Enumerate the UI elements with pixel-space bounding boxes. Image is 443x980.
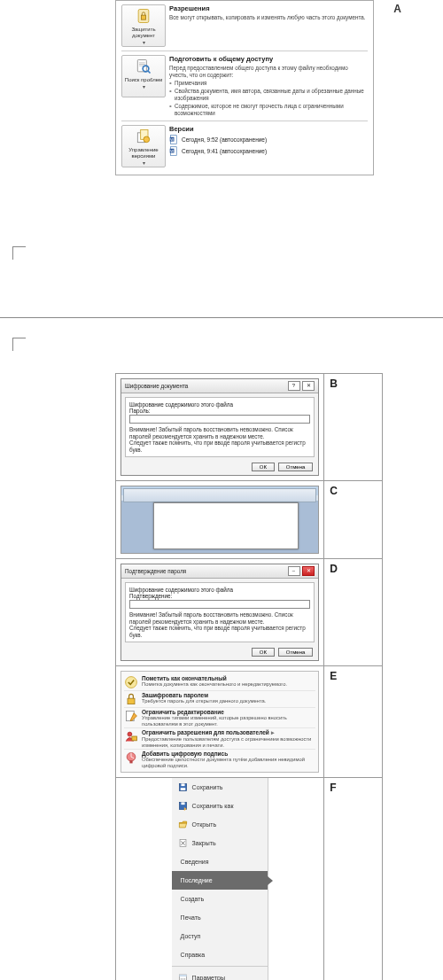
svg-rect-28: [181, 802, 184, 805]
ok-button[interactable]: ОК: [252, 463, 275, 471]
check-issues-button[interactable]: Поиск проблем ▾: [121, 55, 166, 97]
word-doc-icon: W: [169, 146, 179, 156]
confirm-dialog-heading: Шифрование содержимого этого файла: [129, 587, 310, 593]
protect-menu-item[interactable]: Ограничить разрешения для пользователей …: [124, 727, 315, 749]
divider: [121, 121, 368, 121]
protect-menu-item[interactable]: Добавить цифровую подписьОбеспечение цел…: [124, 749, 315, 769]
cancel-button[interactable]: Отмена: [278, 463, 314, 471]
versions-icon: [135, 128, 152, 145]
panel-label-f: F: [324, 777, 382, 980]
svg-point-36: [183, 978, 184, 979]
svg-point-34: [180, 978, 181, 979]
close-button[interactable]: ✕: [302, 381, 315, 391]
inspect-bullet-3: Содержимое, которое не смогут прочесть л…: [169, 103, 368, 117]
close-button[interactable]: ✕: [302, 566, 315, 576]
menu-item-label: Сохранить: [192, 784, 223, 790]
row-d: Подтверждение пароля – ✕ Шифрование соде…: [116, 558, 382, 665]
protect-menu-icon: [124, 692, 138, 706]
file-menu-item[interactable]: Последние: [172, 871, 268, 890]
confirm-password-label: Подтверждение:: [129, 593, 310, 599]
word-ribbon: [123, 488, 316, 502]
version-item-1-label: Сегодня, 9:52 (автосохранение): [182, 136, 267, 143]
ok-button[interactable]: ОК: [252, 648, 275, 657]
cancel-button[interactable]: Отмена: [278, 648, 314, 657]
confirm-note: Внимание! Забытый пароль восстановить не…: [129, 611, 310, 638]
file-menu-item[interactable]: Сохранить: [172, 778, 268, 797]
dropdown-arrow-icon: ▾: [143, 160, 145, 166]
file-menu-item[interactable]: Сведения: [172, 852, 268, 871]
menu-item-label: Параметры: [192, 975, 225, 980]
menu-item-label: Открыть: [192, 821, 217, 828]
svg-rect-23: [129, 760, 132, 763]
inspect-bullet-2: Свойства документа, имя автора, связанны…: [169, 88, 368, 102]
section-permissions: Защитить документ ▾ Разрешения Все могут…: [121, 4, 368, 47]
file-menu-item[interactable]: Открыть: [172, 815, 268, 834]
menu-item-label: Создать: [181, 896, 205, 902]
version-item-2-label: Сегодня, 9:41 (автосохранение): [182, 148, 267, 154]
help-button[interactable]: ?: [288, 381, 300, 391]
protect-menu-item[interactable]: Пометить как окончательныйПометка докуме…: [124, 674, 315, 690]
menu-separator: [172, 966, 268, 967]
inspect-title: Подготовить к общему доступу: [169, 55, 368, 63]
version-item-1[interactable]: W Сегодня, 9:52 (автосохранение): [169, 135, 368, 144]
shield-lock-icon: [135, 7, 152, 25]
protect-menu-item-desc: Предоставление пользователям доступа с о…: [142, 736, 315, 748]
version-item-2[interactable]: W Сегодня, 9:41 (автосохранение): [169, 146, 368, 156]
page-divider: [0, 317, 443, 318]
check-issues-label: Поиск проблем: [122, 77, 165, 83]
protect-menu-item[interactable]: Ограничить редактированиеУправление типа…: [124, 707, 315, 727]
panel-a: A Защитить документ ▾ Разрешения Все мог…: [115, 0, 374, 175]
encrypt-password-label: Пароль:: [129, 408, 310, 414]
file-menu-item[interactable]: Сохранить как: [172, 797, 268, 815]
panel-label-c: C: [324, 480, 382, 558]
versions-title: Версии: [169, 125, 368, 133]
protect-document-button[interactable]: Защитить документ ▾: [121, 4, 166, 47]
svg-rect-21: [132, 736, 137, 741]
protect-menu-item-title: Ограничить редактирование: [142, 709, 315, 715]
dropdown-arrow-icon: ▾: [143, 40, 145, 45]
dropdown-arrow-icon: ▾: [143, 84, 145, 89]
encrypt-note: Внимание! Забытый пароль восстановить не…: [129, 426, 310, 453]
word-window-screenshot: [120, 486, 319, 554]
protect-menu-item-desc: Обеспечение целостности документа путём …: [142, 757, 315, 768]
word-doc-icon: W: [169, 135, 179, 144]
crop-mark: [12, 338, 26, 351]
svg-text:W: W: [170, 149, 174, 153]
inspect-bullet-1: Примечания: [169, 80, 368, 87]
confirm-password-input[interactable]: [129, 600, 310, 609]
word-document-page: [153, 502, 299, 549]
manage-versions-button[interactable]: Управление версиями ▾: [121, 125, 166, 167]
protect-menu: Пометить как окончательныйПометка докуме…: [120, 671, 319, 773]
menu-item-label: Доступ: [181, 933, 201, 939]
file-menu-item[interactable]: Параметры: [172, 968, 268, 980]
menu-item-label: Печать: [181, 914, 201, 921]
row-f: СохранитьСохранить какОткрытьЗакрытьСвед…: [116, 777, 382, 980]
protect-menu-item-title: Ограничить разрешения для пользователей …: [142, 729, 315, 736]
menu-item-label: Справка: [181, 952, 205, 958]
protect-menu-item[interactable]: Зашифровать паролемТребуется пароль для …: [124, 690, 315, 707]
file-menu-item[interactable]: Создать: [172, 890, 268, 908]
file-menu-item[interactable]: Справка: [172, 945, 268, 964]
file-menu-item[interactable]: Печать: [172, 908, 268, 927]
menu-item-icon: [178, 782, 188, 792]
row-c: C: [116, 480, 382, 558]
protect-menu-item-desc: Управление типами изменений, которые раз…: [142, 715, 315, 727]
panel-label-e: E: [324, 665, 382, 777]
panel-label-d: D: [324, 558, 382, 665]
file-menu-item[interactable]: Доступ: [172, 927, 268, 945]
svg-point-17: [126, 677, 137, 688]
minimize-button[interactable]: –: [288, 566, 300, 576]
protect-document-label: Защитить документ: [122, 27, 165, 39]
menu-item-label: Закрыть: [192, 840, 216, 846]
menu-item-label: Сохранить как: [192, 803, 234, 809]
file-menu-item[interactable]: Закрыть: [172, 834, 268, 852]
svg-rect-25: [181, 783, 184, 786]
confirm-dialog-title: Подтверждение пароля: [125, 568, 186, 574]
section-inspect: Поиск проблем ▾ Подготовить к общему дос…: [121, 55, 368, 117]
protect-menu-item-title: Пометить как окончательный: [142, 675, 315, 681]
menu-item-icon: [178, 973, 188, 980]
menu-item-icon: [178, 838, 188, 848]
protect-menu-icon: [124, 751, 138, 765]
encrypt-password-input[interactable]: [129, 415, 310, 424]
protect-menu-item-title: Зашифровать паролем: [142, 692, 315, 698]
